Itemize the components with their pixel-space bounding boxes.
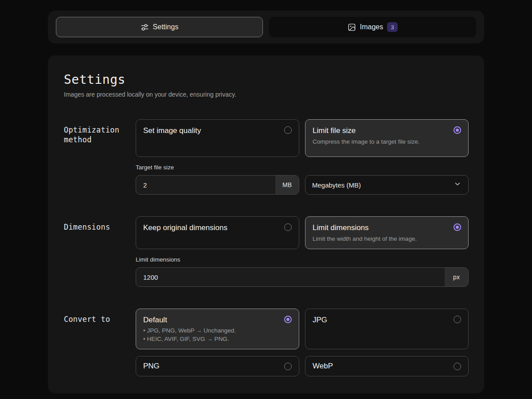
images-count-badge: 3 [387, 22, 398, 32]
target-file-size-label: Target file size [136, 164, 469, 171]
image-icon [348, 23, 356, 31]
section-dimensions: Dimensions Keep original dimensions Limi… [64, 216, 469, 287]
option-title: Limit dimensions [313, 223, 461, 232]
tab-settings-label: Settings [153, 23, 179, 31]
option-description: Compress the image to a target file size… [313, 138, 461, 145]
file-size-unit-value: Megabytes (MB) [312, 181, 361, 189]
option-title: Default [143, 316, 292, 325]
section-optimization-method: Optimization method Set image quality Li… [64, 119, 469, 195]
tab-bar: Settings Images 3 [48, 11, 484, 43]
radio-limit-file-size[interactable] [454, 126, 461, 134]
target-file-size-suffix: MB [275, 176, 299, 194]
option-title: Keep original dimensions [143, 223, 292, 232]
sliders-icon [141, 23, 149, 31]
target-file-size-group: MB [136, 175, 299, 195]
tab-images-label: Images [360, 23, 383, 31]
option-title: JPG [313, 316, 461, 325]
option-bullet: • JPG, PNG, WebP → Unchanged. [143, 327, 292, 334]
radio-set-image-quality[interactable] [284, 126, 292, 134]
option-title: PNG [143, 362, 292, 371]
target-file-size-input[interactable] [136, 176, 275, 194]
radio-limit-dimensions[interactable] [454, 223, 461, 231]
limit-dimensions-group: px [136, 267, 469, 287]
radio-convert-png[interactable] [284, 363, 292, 370]
option-title: WebP [313, 362, 461, 371]
section-convert-to: Convert to Default • JPG, PNG, WebP → Un… [64, 309, 469, 376]
option-convert-png[interactable]: PNG [136, 356, 299, 376]
limit-dimensions-suffix: px [445, 268, 468, 286]
tab-settings[interactable]: Settings [56, 17, 263, 37]
file-size-unit-select[interactable]: Megabytes (MB) [305, 175, 469, 195]
option-keep-original-dimensions[interactable]: Keep original dimensions [136, 216, 299, 249]
option-limit-dimensions[interactable]: Limit dimensions Limit the width and hei… [305, 216, 469, 249]
option-convert-default[interactable]: Default • JPG, PNG, WebP → Unchanged. • … [136, 309, 299, 349]
radio-convert-default[interactable] [284, 316, 292, 323]
limit-dimensions-label: Limit dimensions [136, 256, 469, 263]
settings-panel: Settings Images are processed locally on… [48, 55, 484, 393]
limit-dimensions-input[interactable] [136, 268, 445, 286]
section-label-dimensions: Dimensions [64, 216, 136, 287]
page-subtitle: Images are processed locally on your dev… [64, 91, 469, 98]
option-title: Set image quality [143, 126, 292, 135]
chevron-down-icon [454, 180, 462, 190]
option-set-image-quality[interactable]: Set image quality [136, 119, 299, 157]
option-bullet: • HEIC, AVIF, GIF, SVG → PNG. [143, 336, 292, 342]
option-convert-jpg[interactable]: JPG [305, 309, 469, 349]
radio-convert-webp[interactable] [454, 363, 461, 370]
radio-convert-jpg[interactable] [454, 316, 461, 323]
tab-images[interactable]: Images 3 [269, 17, 476, 37]
option-description: Limit the width and height of the image. [313, 235, 461, 242]
section-label-optimization: Optimization method [64, 119, 136, 195]
section-label-convert: Convert to [64, 309, 136, 376]
option-convert-webp[interactable]: WebP [305, 356, 469, 376]
page-title: Settings [64, 72, 469, 87]
radio-keep-original-dimensions[interactable] [284, 223, 292, 231]
option-title: Limit file size [313, 126, 461, 135]
option-limit-file-size[interactable]: Limit file size Compress the image to a … [305, 119, 469, 157]
